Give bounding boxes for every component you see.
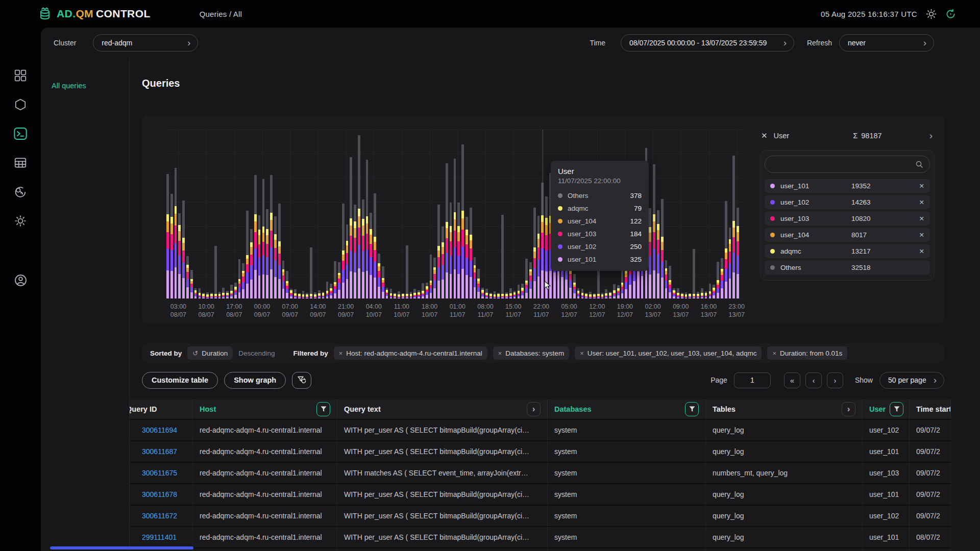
- legend-row-user_101[interactable]: user_10119352✕: [765, 179, 930, 193]
- legend-row-user_102[interactable]: user_10214263✕: [765, 195, 930, 209]
- column-header-query-text[interactable]: Query text›: [337, 399, 548, 419]
- chart-bar[interactable]: [446, 163, 448, 298]
- chart-bar[interactable]: [298, 293, 301, 298]
- chart-bar[interactable]: [330, 284, 332, 298]
- query-id-link[interactable]: 299111401: [130, 527, 193, 547]
- chart-bar[interactable]: [505, 292, 508, 298]
- chart-bar[interactable]: [194, 288, 197, 298]
- chart-bar[interactable]: [457, 203, 460, 298]
- chart-bar[interactable]: [182, 201, 185, 298]
- chart-bar[interactable]: [737, 208, 739, 298]
- chart-bar[interactable]: [673, 288, 675, 298]
- chart-bar[interactable]: [669, 266, 671, 298]
- chart-bar[interactable]: [410, 292, 412, 298]
- chart-bar[interactable]: [418, 290, 420, 298]
- chart-bar[interactable]: [661, 199, 664, 298]
- chart-bar[interactable]: [605, 289, 607, 298]
- chart-bar[interactable]: [306, 293, 308, 298]
- reset-filters-button[interactable]: [292, 372, 311, 389]
- chart-bar[interactable]: [729, 228, 731, 298]
- chart-bar[interactable]: [653, 164, 655, 298]
- chart-bar[interactable]: [454, 159, 456, 298]
- chart-bar[interactable]: [290, 289, 292, 298]
- chart-bar[interactable]: [310, 247, 312, 298]
- sidebar-item-queries[interactable]: [13, 127, 28, 141]
- sort-chip[interactable]: ↺Duration: [187, 346, 233, 360]
- chart-bar[interactable]: [286, 271, 288, 298]
- remove-filter-icon[interactable]: ×: [580, 349, 584, 357]
- chart-bar[interactable]: [609, 292, 611, 298]
- remove-series-icon[interactable]: ✕: [919, 182, 924, 190]
- chart-bar[interactable]: [338, 262, 340, 298]
- breadcrumb[interactable]: Queries / All: [200, 10, 242, 18]
- chart-bar[interactable]: [573, 274, 576, 298]
- chart-bar[interactable]: [649, 208, 651, 298]
- chart-bar[interactable]: [450, 203, 452, 298]
- chart-bar[interactable]: [717, 262, 719, 298]
- table-row[interactable]: 300611675red-adqmc-adqm-4.ru-central1.in…: [130, 463, 951, 484]
- chart-bar[interactable]: [386, 288, 388, 298]
- chart-bar[interactable]: [362, 199, 364, 298]
- chart-bar[interactable]: [382, 266, 384, 298]
- legend-search-input[interactable]: [771, 160, 915, 168]
- chart-bar[interactable]: [366, 160, 369, 298]
- chart-bar[interactable]: [218, 292, 221, 298]
- filter-chip[interactable]: ×Host: red-adqmc-adqm-4.ru-central1.inte…: [334, 346, 487, 360]
- chart-bar[interactable]: [322, 292, 325, 298]
- column-filter-button[interactable]: [890, 402, 903, 416]
- table-row[interactable]: 300611687red-adqmc-adqm-4.ru-central1.in…: [130, 441, 951, 463]
- customize-table-button[interactable]: Customize table: [142, 372, 218, 389]
- chart-bar[interactable]: [685, 292, 688, 298]
- column-filter-button[interactable]: [685, 402, 699, 416]
- sidebar-item-settings[interactable]: [13, 214, 28, 228]
- refresh-select[interactable]: never›: [839, 34, 934, 52]
- chart-bar[interactable]: [701, 288, 703, 298]
- column-header-time-start[interactable]: Time start: [910, 399, 951, 419]
- chart-bar[interactable]: [577, 288, 580, 298]
- chart-bar[interactable]: [254, 175, 257, 298]
- chart-bar[interactable]: [489, 293, 492, 298]
- chart-bar[interactable]: [294, 289, 297, 298]
- chart-bar[interactable]: [689, 293, 691, 298]
- chart-bar[interactable]: [665, 260, 668, 298]
- page-first-button[interactable]: «: [784, 372, 800, 388]
- chart-bar[interactable]: [725, 201, 727, 298]
- chart-bar[interactable]: [350, 157, 352, 298]
- chart-bar[interactable]: [390, 289, 393, 298]
- chart-bar[interactable]: [529, 262, 532, 298]
- chart-bar[interactable]: [426, 283, 428, 298]
- history-icon[interactable]: [945, 9, 956, 19]
- chart-bar[interactable]: [282, 261, 285, 298]
- chart-bar[interactable]: [697, 292, 699, 298]
- remove-series-icon[interactable]: ✕: [919, 198, 924, 206]
- legend-expand-icon[interactable]: ›: [929, 131, 933, 140]
- filter-chip[interactable]: ×User: user_101, user_102, user_103, use…: [575, 346, 762, 360]
- chart-bar[interactable]: [713, 285, 715, 298]
- chart-bar[interactable]: [318, 290, 321, 298]
- query-id-link[interactable]: 300611687: [130, 441, 193, 462]
- sidebar-item-profile[interactable]: [13, 273, 28, 287]
- chart-bar[interactable]: [222, 288, 225, 298]
- chart-bar[interactable]: [732, 156, 735, 298]
- chart-bar[interactable]: [501, 215, 504, 298]
- page-next-button[interactable]: ›: [827, 372, 843, 388]
- chart-bar[interactable]: [354, 205, 356, 298]
- chart-bar[interactable]: [302, 291, 305, 298]
- column-header-user[interactable]: User: [863, 399, 910, 419]
- remove-filter-icon[interactable]: ×: [339, 349, 343, 357]
- subnav-item-all-queries[interactable]: All queries: [52, 82, 129, 90]
- chart-bar[interactable]: [246, 211, 249, 298]
- column-expand-button[interactable]: ›: [527, 402, 541, 416]
- table-row[interactable]: 300611678red-adqmc-adqm-4.ru-central1.in…: [130, 484, 951, 506]
- chart-bar[interactable]: [677, 288, 679, 298]
- chart-bar[interactable]: [681, 293, 683, 298]
- query-id-link[interactable]: 300611675: [130, 463, 193, 483]
- chart-bar[interactable]: [437, 205, 440, 298]
- chart-bar[interactable]: [166, 174, 169, 298]
- remove-filter-icon[interactable]: ×: [498, 349, 502, 357]
- legend-close-icon[interactable]: ✕: [761, 131, 768, 140]
- chart-bar[interactable]: [402, 293, 404, 298]
- chart-bar[interactable]: [326, 282, 329, 298]
- chart-bar[interactable]: [242, 263, 244, 298]
- chart-bar[interactable]: [581, 289, 584, 298]
